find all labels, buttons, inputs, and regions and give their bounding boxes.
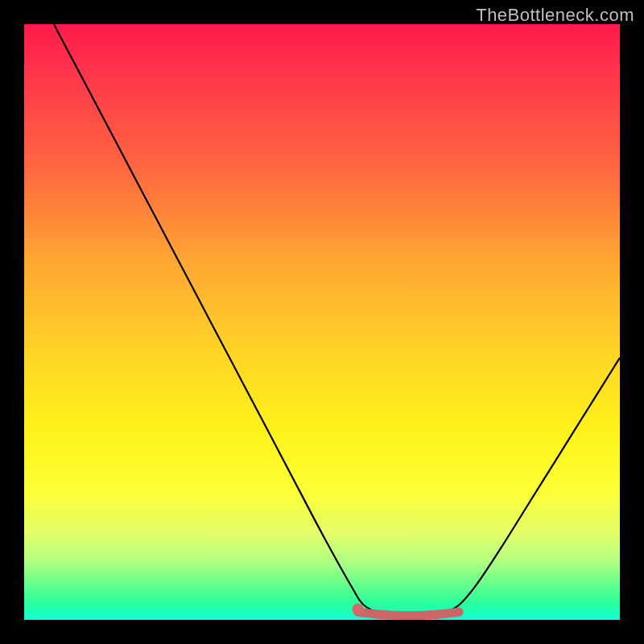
curve-marker (352, 604, 363, 615)
bottleneck-curve (24, 24, 620, 617)
chart-svg (24, 24, 620, 620)
optimal-range-line (357, 612, 459, 616)
watermark-text: TheBottleneck.com (476, 5, 634, 26)
plot-area (24, 24, 620, 620)
chart-frame: TheBottleneck.com (0, 0, 644, 644)
